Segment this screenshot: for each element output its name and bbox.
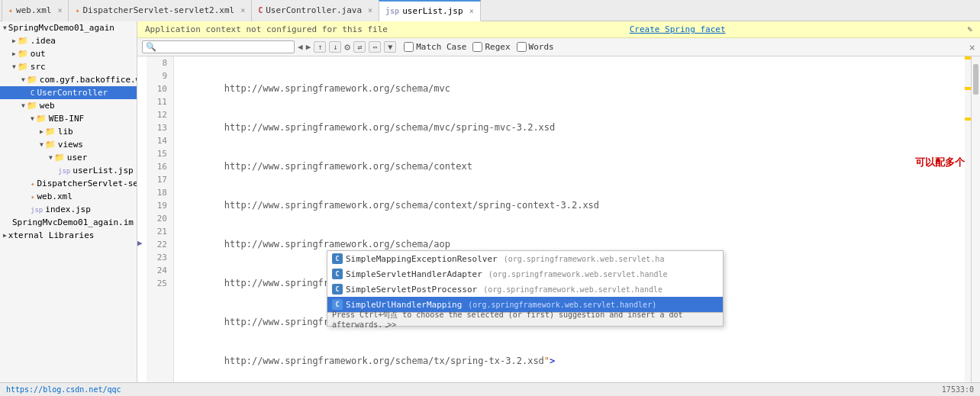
- sidebar-item-label: src: [31, 62, 46, 72]
- sidebar-item-idea[interactable]: ▶ 📁 .idea: [0, 34, 137, 47]
- search-bar: 🔍 ◀ ▶ ↑ ↓ ⚙ ⇄ ⇔ ▼ Match Case Regex: [137, 38, 980, 56]
- sidebar-item-label: UserController: [37, 88, 108, 98]
- line-numbers: 8 9 10 11 12 13 14 15 16 17 18 19 20 21 …: [147, 56, 174, 382]
- sidebar-item-index-jsp[interactable]: jsp index.jsp: [0, 203, 137, 216]
- sidebar-item-label: user: [67, 153, 88, 163]
- status-bar: https://blog.csdn.net/qqc 17533:0: [0, 382, 980, 396]
- class-icon: C: [332, 284, 343, 295]
- sidebar-item-label: views: [58, 140, 83, 150]
- next-result-button[interactable]: ▶: [306, 42, 311, 52]
- sidebar-item-usercontroller[interactable]: C UserController: [0, 86, 137, 99]
- ac-name-4: SimpleUrlHandlerMapping: [346, 300, 462, 310]
- search-close-button[interactable]: ×: [969, 41, 975, 53]
- status-url: https://blog.csdn.net/qqc: [6, 385, 121, 394]
- folder-icon: 📁: [45, 140, 56, 150]
- autocomplete-item-3[interactable]: C SimpleServletPostProcessor (org.spring…: [327, 282, 723, 297]
- sidebar-item-user-folder[interactable]: ▼ 📁 user: [0, 151, 137, 164]
- arrow-icon: ▼: [40, 141, 44, 148]
- ac-package-4: (org.springframework.web.servlet.handler…: [468, 301, 656, 309]
- tab-close[interactable]: ×: [57, 6, 62, 14]
- editor-area: Application context not configured for t…: [137, 21, 980, 382]
- words-option[interactable]: Words: [517, 42, 554, 52]
- match-case-checkbox[interactable]: [404, 42, 414, 52]
- sidebar-item-lib[interactable]: ▶ 📁 lib: [0, 125, 137, 138]
- line-num-20: 20: [147, 212, 170, 225]
- ac-package-1: (org.springframework.web.servlet.ha: [504, 255, 665, 263]
- sidebar-item-web-xml[interactable]: ✦ web.xml: [0, 190, 137, 203]
- main-area: ▼ SpringMvcDemo01_again ▶ 📁 .idea ▶ 📁 ou…: [0, 21, 980, 382]
- warning-suffix: ✎: [967, 24, 972, 34]
- tab-label: web.xml: [16, 5, 51, 15]
- sidebar-item-iml[interactable]: SpringMvcDemo01_again.im: [0, 216, 137, 229]
- sidebar-item-views[interactable]: ▼ 📁 views: [0, 138, 137, 151]
- jsp-file-icon: jsp: [58, 167, 70, 175]
- create-spring-facet-link[interactable]: Create Spring facet: [630, 24, 726, 34]
- replace-button[interactable]: ⇄: [353, 41, 366, 53]
- highlight-mark-3: [965, 118, 971, 121]
- scroll-thumb[interactable]: [973, 64, 978, 95]
- sidebar-item-userlist-jsp[interactable]: jsp userList.jsp: [0, 164, 137, 177]
- sidebar-item-label: com.gyf.backoffice.web.c: [40, 75, 137, 85]
- line-num-8: 8: [147, 56, 170, 69]
- xml-file-icon: ✦: [31, 193, 34, 201]
- folder-icon: 📁: [18, 62, 28, 72]
- autocomplete-dropdown: C SimpleMappingExceptionResolver (org.sp…: [327, 250, 724, 327]
- scrollbar[interactable]: [971, 56, 980, 382]
- arrow-icon: ▼: [21, 76, 25, 83]
- sidebar-item-out[interactable]: ▶ 📁 out: [0, 47, 137, 60]
- regex-option[interactable]: Regex: [472, 42, 510, 52]
- class-icon: C: [332, 299, 343, 310]
- folder-icon: 📁: [18, 49, 28, 59]
- search-settings-button[interactable]: ↑: [314, 41, 326, 53]
- prev-result-button[interactable]: ◀: [298, 42, 303, 52]
- code-line-9: http://www.springframework.org/schema/mv…: [180, 121, 965, 134]
- gear-icon[interactable]: ⚙: [344, 41, 350, 53]
- code-content: ▶ 8 9 10 11 12 13 14 15 16 17 18 19 20: [137, 56, 980, 382]
- folder-icon: 📁: [27, 75, 37, 85]
- ac-name-3: SimpleServletPostProcessor: [346, 285, 477, 295]
- tab-close[interactable]: ×: [240, 6, 245, 14]
- xml-file-icon: ✦: [31, 180, 34, 188]
- line-num-18: 18: [147, 186, 170, 199]
- sidebar: ▼ SpringMvcDemo01_again ▶ 📁 .idea ▶ 📁 ou…: [0, 21, 137, 382]
- code-editor[interactable]: ▶ 8 9 10 11 12 13 14 15 16 17 18 19 20: [137, 56, 980, 382]
- sidebar-item-label: SpringMvcDemo01_again.im: [12, 217, 134, 227]
- class-icon: C: [332, 269, 343, 279]
- ac-package-2: (org.springframework.web.servlet.handle: [488, 270, 668, 278]
- words-checkbox[interactable]: [517, 42, 527, 52]
- sidebar-item-dispatcher[interactable]: ✦ DispatcherServlet-ser: [0, 177, 137, 190]
- sidebar-item-web[interactable]: ▼ 📁 web: [0, 99, 137, 112]
- sidebar-item-project[interactable]: ▼ SpringMvcDemo01_again: [0, 21, 137, 34]
- filter-button[interactable]: ▼: [384, 41, 396, 53]
- autocomplete-item-1[interactable]: C SimpleMappingExceptionResolver (org.sp…: [327, 251, 723, 266]
- sidebar-item-label: .idea: [31, 36, 56, 46]
- arrow-icon: ▼: [3, 24, 7, 31]
- tab-close[interactable]: ×: [469, 7, 474, 15]
- code-line-12: http://www.springframework.org/schema/ao…: [180, 238, 965, 251]
- autocomplete-item-2[interactable]: C SimpleServletHandlerAdapter (org.sprin…: [327, 266, 723, 282]
- jsp-icon: jsp: [385, 7, 399, 15]
- code-lines: http://www.springframework.org/schema/mv…: [174, 56, 965, 382]
- sidebar-item-src[interactable]: ▼ 📁 src: [0, 60, 137, 73]
- sidebar-item-com[interactable]: ▼ 📁 com.gyf.backoffice.web.c: [0, 73, 137, 86]
- sidebar-item-external[interactable]: ▶ xternal Libraries: [0, 229, 137, 242]
- tab-close[interactable]: ×: [368, 6, 372, 14]
- replace-all-button[interactable]: ⇔: [369, 41, 381, 53]
- sidebar-item-webinf[interactable]: ▼ 📁 WEB-INF: [0, 112, 137, 125]
- match-case-option[interactable]: Match Case: [404, 42, 466, 52]
- search-input[interactable]: [156, 43, 279, 52]
- sidebar-item-label: index.jsp: [45, 204, 91, 214]
- arrow-icon: ▼: [21, 102, 25, 109]
- tab-user-controller[interactable]: C UserController.java ×: [251, 0, 379, 21]
- folder-icon: 📁: [54, 153, 65, 163]
- tab-userlist-jsp[interactable]: jsp userList.jsp ×: [379, 0, 481, 21]
- search-options-button[interactable]: ↓: [329, 41, 341, 53]
- line-num-23: 23: [147, 251, 170, 264]
- regex-checkbox[interactable]: [472, 42, 482, 52]
- tab-web-xml[interactable]: ✦ web.xml ×: [2, 0, 69, 21]
- tab-label: userList.jsp: [402, 6, 463, 16]
- tab-dispatcher-xml[interactable]: ✦ DispatcherServlet-servlet2.xml ×: [68, 0, 252, 21]
- java-icon: C: [258, 6, 263, 14]
- arrow-icon: ▶: [40, 128, 44, 135]
- line-num-15: 15: [147, 147, 170, 160]
